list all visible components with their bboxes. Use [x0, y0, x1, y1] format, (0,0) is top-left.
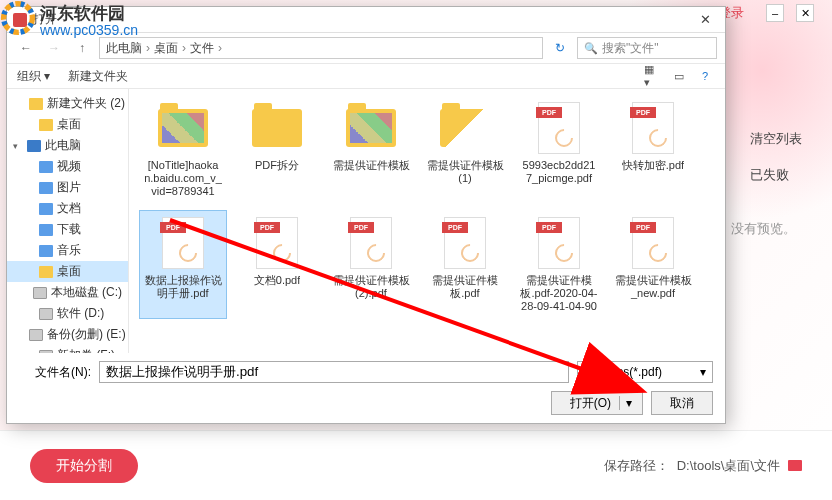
file-item[interactable]: PDF快转加密.pdf — [609, 95, 697, 204]
filename-input[interactable] — [99, 361, 569, 383]
nav-forward-button[interactable]: → — [43, 38, 65, 58]
file-grid: [NoTitle]haokan.baidu.com_v_vid=8789341P… — [139, 95, 715, 319]
save-path-value: D:\tools\桌面\文件 — [677, 457, 780, 475]
file-item[interactable]: PDF拆分 — [233, 95, 321, 204]
tree-item[interactable]: 视频 — [7, 156, 128, 177]
file-item[interactable]: PDF需提供证件模板.pdf-2020-04-28-09-41-04-909.p… — [515, 210, 603, 319]
tree-item[interactable]: 桌面 — [7, 114, 128, 135]
tree-item[interactable]: 软件 (D:) — [7, 303, 128, 324]
failed-link[interactable]: 已失败 — [750, 166, 802, 184]
start-split-button[interactable]: 开始分割 — [30, 449, 138, 483]
filename-label: 文件名(N): — [19, 364, 91, 381]
tree-item[interactable]: 备份(勿删) (E:) — [7, 324, 128, 345]
help-button[interactable]: ? — [695, 67, 715, 85]
tree-item[interactable]: 音乐 — [7, 240, 128, 261]
minimize-button[interactable]: – — [766, 4, 784, 22]
file-item[interactable]: 需提供证件模板 (1) — [421, 95, 509, 204]
tree-item[interactable]: 本地磁盘 (C:) — [7, 282, 128, 303]
tree-item[interactable]: ▾此电脑 — [7, 135, 128, 156]
watermark-url: www.pc0359.cn — [40, 22, 138, 38]
watermark-logo — [0, 0, 36, 36]
close-button[interactable]: ✕ — [796, 4, 814, 22]
tree-item[interactable]: 文档 — [7, 198, 128, 219]
view-mode-button[interactable]: ▦ ▾ — [643, 67, 663, 85]
save-path-label: 保存路径： — [604, 457, 669, 475]
folder-tree[interactable]: 新建文件夹 (2)桌面▾此电脑视频图片文档下载音乐桌面本地磁盘 (C:)软件 (… — [7, 89, 129, 353]
file-item[interactable]: PDF5993ecb2dd217_picmge.pdf — [515, 95, 603, 204]
tree-item[interactable]: 图片 — [7, 177, 128, 198]
clear-list-link[interactable]: 清空列表 — [750, 130, 802, 148]
tree-item[interactable]: 下载 — [7, 219, 128, 240]
search-icon: 🔍 — [584, 42, 598, 55]
search-input[interactable]: 🔍 搜索"文件" — [577, 37, 717, 59]
nav-up-button[interactable]: ↑ — [71, 38, 93, 58]
folder-icon[interactable] — [788, 460, 802, 471]
nav-back-button[interactable]: ← — [15, 38, 37, 58]
file-item[interactable]: PDF需提供证件模板 (2).pdf — [327, 210, 415, 319]
file-item[interactable]: PDF需提供证件模板.pdf — [421, 210, 509, 319]
file-item[interactable]: 需提供证件模板 — [327, 95, 415, 204]
dialog-close-button[interactable]: ✕ — [691, 12, 719, 27]
open-button[interactable]: 打开(O)▾ — [551, 391, 643, 415]
svg-point-2 — [4, 4, 33, 33]
open-dialog: 打开 ✕ ← → ↑ 此电脑› 桌面› 文件› ↻ 🔍 搜索"文件" 组织 ▾ … — [6, 6, 726, 424]
tree-item[interactable]: 新建文件夹 (2) — [7, 93, 128, 114]
tree-item[interactable]: 桌面 — [7, 261, 128, 282]
refresh-button[interactable]: ↻ — [549, 41, 571, 55]
cancel-button[interactable]: 取消 — [651, 391, 713, 415]
file-item[interactable]: PDF文档0.pdf — [233, 210, 321, 319]
new-folder-button[interactable]: 新建文件夹 — [68, 68, 128, 85]
file-item[interactable]: PDF数据上报操作说明手册.pdf — [139, 210, 227, 319]
organize-menu[interactable]: 组织 ▾ — [17, 68, 50, 85]
preview-pane-button[interactable]: ▭ — [669, 67, 689, 85]
no-preview-text: 没有预览。 — [731, 220, 796, 238]
breadcrumb[interactable]: 此电脑› 桌面› 文件› — [99, 37, 543, 59]
file-item[interactable]: [NoTitle]haokan.baidu.com_v_vid=8789341 — [139, 95, 227, 204]
filetype-dropdown[interactable]: pdf Files(*.pdf)▾ — [577, 361, 713, 383]
file-item[interactable]: PDF需提供证件模板_new.pdf — [609, 210, 697, 319]
tree-item[interactable]: 新加卷 (F:) — [7, 345, 128, 353]
